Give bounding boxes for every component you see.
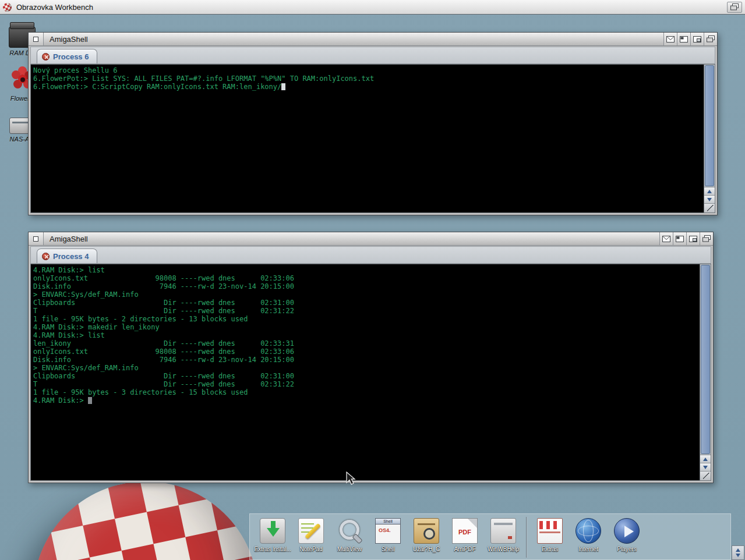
scroll-down-arrow-icon — [707, 198, 712, 201]
dock-item-label: NotePad — [300, 546, 323, 552]
dock-item[interactable]: WinWBHelp — [484, 516, 522, 552]
close-gadget[interactable] — [29, 232, 44, 245]
tab-strip: Process 6 — [30, 47, 715, 64]
dock-group-right: Extras Internet Players — [531, 516, 646, 552]
dock-icon-text: PDF — [453, 529, 477, 536]
window-titlebar[interactable]: AmigaShell — [29, 232, 713, 246]
boing-ball-icon — [2, 2, 12, 12]
dock-item[interactable]: Extras Instal... — [253, 516, 292, 552]
tab-label: Process 4 — [53, 252, 89, 261]
dock-item-label: Extras Instal... — [254, 546, 291, 552]
terminal-process-6[interactable]: Nový proces Shellu 6 6.FlowerPot:> List … — [30, 64, 704, 213]
scroll-up-arrow-icon — [736, 548, 740, 552]
zoom-gadget-icon — [676, 236, 684, 242]
window-gadgets — [663, 33, 717, 45]
terminal-cursor — [281, 83, 285, 90]
help-drive-icon — [490, 518, 516, 544]
tab-process-4[interactable]: Process 4 — [37, 249, 97, 263]
dock-item-label: Players — [617, 546, 636, 552]
vertical-scrollbar[interactable] — [700, 264, 711, 481]
dock-item-label: AmiPDF — [454, 546, 475, 552]
dock-item[interactable]: Extras — [531, 516, 569, 552]
terminal-output: 4.RAM Disk:> list onlyIcons.txt 98008 --… — [33, 266, 700, 396]
notepad-icon — [298, 518, 324, 544]
terminal-output: Nový proces Shellu 6 6.FlowerPot:> List … — [33, 66, 704, 83]
screen-corner-scroller[interactable] — [732, 545, 744, 560]
dock-item-label: MultiView — [337, 546, 362, 552]
shell-window-icon: ShellOS4. — [375, 518, 401, 544]
tab-close-circle-icon[interactable] — [42, 253, 50, 260]
jump-screen-gadget[interactable] — [690, 33, 704, 45]
depth-gadget[interactable] — [704, 33, 717, 45]
dock-item-label: WinWBHelp — [488, 546, 519, 552]
dock-icon-subtext: OS4. — [379, 527, 391, 533]
tab-label: Process 6 — [53, 52, 89, 61]
depth-gadget-icon — [702, 235, 711, 242]
scroll-down-arrow-icon — [703, 466, 708, 469]
zoom-gadget[interactable] — [673, 232, 686, 245]
dock-item[interactable]: ShellOS4. Shell — [369, 516, 407, 552]
close-gadget[interactable] — [29, 33, 44, 45]
extras-drawer-icon — [537, 518, 563, 544]
window-body: Process 4 4.RAM Disk:> list onlyIcons.tx… — [30, 246, 711, 481]
window-resize-gadget[interactable] — [700, 471, 711, 480]
iconify-gadget-icon — [666, 36, 675, 42]
dock-item[interactable]: Internet — [569, 516, 608, 552]
media-player-icon — [614, 518, 640, 544]
close-gadget-icon — [33, 37, 38, 42]
amidock: Extras Instal... NotePad MultiView Shell… — [249, 513, 731, 560]
window-titlebar[interactable]: AmigaShell — [29, 33, 717, 46]
internet-globe-icon — [575, 518, 601, 544]
magnifier-icon — [337, 518, 362, 544]
dock-item[interactable]: PDF AmiPDF — [446, 516, 484, 552]
scroll-down-button[interactable] — [704, 195, 715, 203]
dock-item-label: Internet — [578, 546, 598, 552]
jump-screen-gadget[interactable] — [686, 232, 700, 245]
dock-item-label: Užár?H_C — [413, 546, 440, 552]
dock-item[interactable]: Užár?H_C — [407, 516, 446, 552]
tab-strip: Process 4 — [30, 246, 711, 264]
window-resize-gadget[interactable] — [704, 203, 715, 212]
amigashell-window-process-4: AmigaShell Process 4 4.RAM Disk — [28, 232, 714, 483]
zoom-gadget-icon — [680, 36, 688, 42]
screen-title-bar[interactable]: Obrazovka Workbench — [0, 0, 745, 15]
screen-depth-icon — [730, 3, 739, 10]
zoom-gadget[interactable] — [677, 33, 690, 45]
terminal-cursor — [88, 397, 92, 404]
scroll-up-arrow-icon — [703, 458, 708, 461]
scroll-down-arrow-icon — [736, 554, 740, 557]
amigashell-window-process-6: AmigaShell Process 6 Nový proce — [28, 32, 718, 215]
drawer-search-icon — [414, 518, 439, 544]
dock-icon-text: Shell — [376, 519, 400, 524]
scroll-down-button[interactable] — [700, 463, 711, 471]
tab-process-6[interactable]: Process 6 — [37, 49, 97, 63]
dock-item[interactable]: MultiView — [330, 516, 369, 552]
terminal-prompt: 6.FlowerPot:> C:ScriptCopy RAM:onlyIcons… — [33, 83, 281, 91]
depth-gadget[interactable] — [700, 232, 713, 245]
tab-close-circle-icon[interactable] — [42, 53, 50, 61]
scrollbar-knob[interactable] — [701, 265, 710, 454]
window-body: Process 6 Nový proces Shellu 6 6.FlowerP… — [30, 47, 715, 213]
iconify-gadget[interactable] — [659, 232, 673, 245]
dock-item-label: Shell — [382, 546, 394, 552]
dock-item[interactable]: NotePad — [292, 516, 330, 552]
installer-icon — [260, 518, 285, 544]
vertical-scrollbar[interactable] — [704, 64, 715, 213]
terminal-prompt-line: 6.FlowerPot:> C:ScriptCopy RAM:onlyIcons… — [33, 83, 704, 91]
screen-title: Obrazovka Workbench — [16, 3, 93, 12]
dock-group-left: Extras Instal... NotePad MultiView Shell… — [253, 516, 522, 552]
iconify-gadget-icon — [662, 236, 670, 242]
jump-screen-gadget-icon — [689, 236, 697, 242]
dock-item[interactable]: Players — [608, 516, 646, 552]
scrollbar-knob[interactable] — [705, 65, 714, 186]
screen-depth-gadget[interactable] — [727, 2, 742, 13]
terminal-prompt-line: 4.RAM Disk:> — [33, 396, 700, 405]
iconify-gadget[interactable] — [663, 33, 677, 45]
jump-screen-gadget-icon — [693, 36, 701, 42]
dock-separator — [526, 517, 527, 558]
scroll-up-button[interactable] — [704, 187, 715, 195]
dock-item-label: Extras — [542, 546, 558, 552]
scroll-up-button[interactable] — [700, 455, 711, 463]
close-gadget-icon — [33, 236, 38, 242]
terminal-process-4[interactable]: 4.RAM Disk:> list onlyIcons.txt 98008 --… — [30, 264, 700, 481]
